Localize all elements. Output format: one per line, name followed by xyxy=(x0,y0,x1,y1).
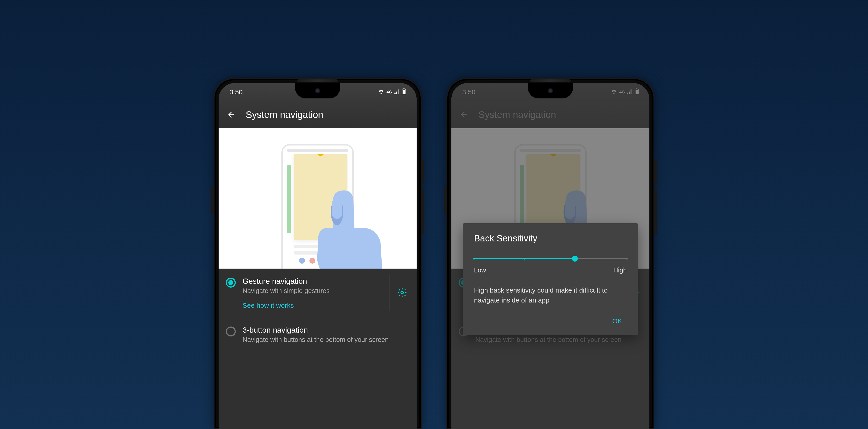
option-title: 3-button navigation xyxy=(243,325,409,335)
header: System navigation xyxy=(219,101,416,128)
radio-unselected-icon[interactable] xyxy=(226,326,236,337)
network-label: 4G xyxy=(386,90,392,94)
wifi-icon xyxy=(378,88,384,96)
option-subtitle: Navigate with buttons at the bottom of y… xyxy=(243,335,409,344)
svg-point-5 xyxy=(401,291,403,294)
ok-button[interactable]: OK xyxy=(608,314,627,328)
option-three-button-navigation[interactable]: 3-button navigation Navigate with button… xyxy=(219,317,416,352)
option-subtitle: Navigate with simple gestures xyxy=(243,286,409,295)
slider-high-label: High xyxy=(613,266,627,274)
page-title: System navigation xyxy=(246,109,323,120)
option-title: Gesture navigation xyxy=(243,277,409,286)
svg-rect-2 xyxy=(403,90,405,94)
status-time: 3:50 xyxy=(229,88,243,96)
phone-left: 3:50 4G System navigation xyxy=(214,78,422,429)
dialog-title: Back Sensitivity xyxy=(474,233,627,244)
gesture-illustration xyxy=(219,128,416,268)
dialog-message: High back sensitivity could make it diff… xyxy=(474,285,627,305)
signal-icon xyxy=(395,88,400,96)
radio-selected-icon[interactable] xyxy=(226,278,236,288)
back-sensitivity-dialog: Back Sensitivity Low High High back sens… xyxy=(463,223,638,335)
option-gesture-navigation[interactable]: Gesture navigation Navigate with simple … xyxy=(219,268,416,317)
slider-low-label: Low xyxy=(474,266,486,274)
battery-icon xyxy=(402,88,406,96)
phone-right: 3:50 4G System navigation xyxy=(446,78,654,429)
back-arrow-icon[interactable] xyxy=(226,109,237,120)
gear-icon[interactable] xyxy=(397,288,407,298)
sensitivity-slider[interactable] xyxy=(474,255,627,262)
see-how-it-works-link[interactable]: See how it works xyxy=(243,302,409,309)
